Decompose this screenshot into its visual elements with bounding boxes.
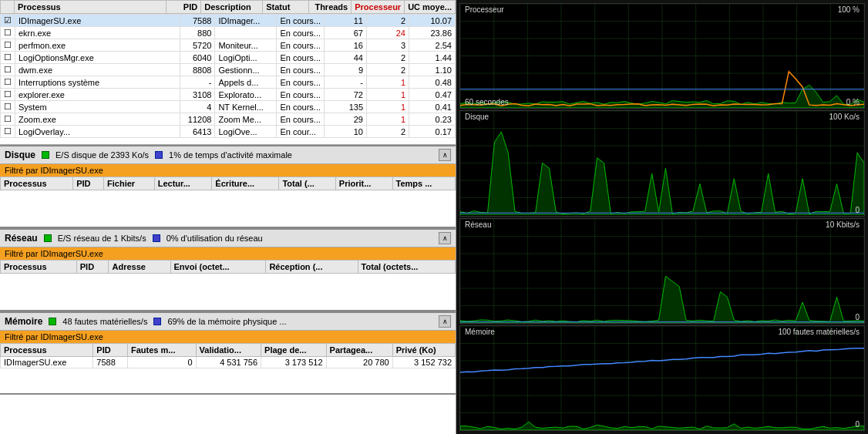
table-row[interactable]: ☐ LogiOptionsMgr.exe 6040 LogiOpti... En… xyxy=(1,52,456,64)
memory-chart-title: Mémoire xyxy=(465,328,495,336)
row-desc: LogiOpti... xyxy=(215,52,277,64)
disk-col-pid[interactable]: PID xyxy=(73,177,104,190)
disk-chart-title: Disque xyxy=(465,113,489,121)
table-row[interactable]: ☐ Zoom.exe 11208 Zoom Me... En cours... … xyxy=(1,113,456,126)
mem-col-plage[interactable]: Plage de... xyxy=(261,344,327,357)
mem-col-shared[interactable]: Partagea... xyxy=(326,344,392,357)
row-threads: 72 xyxy=(325,89,367,101)
mem-col-process[interactable]: Processus xyxy=(1,344,93,357)
col-header-proc[interactable]: Processeur xyxy=(352,1,405,14)
disk-green-dot xyxy=(42,151,49,159)
row-process-name: IDImagerSU.exe xyxy=(15,15,180,27)
memory-collapse-button[interactable]: ∧ xyxy=(439,315,451,328)
table-row[interactable]: ☐ dwm.exe 8808 Gestionn... En cours... 9… xyxy=(1,64,456,76)
disk-col-process[interactable]: Processus xyxy=(1,177,73,190)
row-checkbox[interactable]: ☐ xyxy=(1,126,15,138)
cpu-chart: Processeur 100 % 60 secondes 0 % xyxy=(459,3,865,109)
row-uc: 10.07 xyxy=(409,15,456,27)
disk-filter-bar: Filtré par IDImagerSU.exe xyxy=(0,164,456,177)
col-header-desc[interactable]: Description xyxy=(201,1,263,14)
row-desc: Appels d... xyxy=(215,76,277,89)
memory-scroll[interactable]: Processus PID Fautes m... Validatio... P… xyxy=(0,343,456,393)
row-status: En cours... xyxy=(277,89,325,101)
net-col-address[interactable]: Adresse xyxy=(109,261,170,274)
col-header-process[interactable]: Processus xyxy=(15,1,167,14)
cpu-chart-min: 0 % xyxy=(846,98,860,106)
network-stat1: E/S réseau de 1 Kbits/s xyxy=(58,234,146,243)
table-row[interactable]: ☐ LogiOverlay... 6413 LogiOve... En cour… xyxy=(1,126,456,138)
disk-col-time[interactable]: Temps ... xyxy=(392,177,456,190)
table-row[interactable]: ☐ ekrn.exe 880 En cours... 67 24 23.86 xyxy=(1,27,456,39)
row-checkbox[interactable]: ☐ xyxy=(1,27,15,39)
disk-col-read[interactable]: Lectur... xyxy=(154,177,212,190)
row-status: En cour... xyxy=(277,126,325,138)
disk-stat1: E/S disque de 2393 Ko/s xyxy=(56,150,149,160)
table-row[interactable]: ☑ IDImagerSU.exe 7588 IDImager... En cou… xyxy=(1,15,456,27)
row-proc: 24 xyxy=(367,27,409,39)
col-header-threads[interactable]: Threads xyxy=(309,1,352,14)
row-desc: Zoom Me... xyxy=(215,113,277,126)
row-desc xyxy=(215,27,277,39)
row-uc: 1.10 xyxy=(409,64,456,76)
table-row[interactable]: ☐ System 4 NT Kernel... En cours... 135 … xyxy=(1,101,456,113)
cpu-canvas xyxy=(460,4,864,108)
row-pid: 3108 xyxy=(180,89,215,101)
disk-col-write[interactable]: Écriture... xyxy=(212,177,279,190)
net-col-receive[interactable]: Réception (... xyxy=(266,261,358,274)
disk-section: Disque E/S disque de 2393 Ko/s 1% de tem… xyxy=(0,145,456,228)
row-threads: 44 xyxy=(325,52,367,64)
network-chart-title: Réseau xyxy=(465,220,491,229)
table-row[interactable]: IDImagerSU.exe 7588 0 4 531 756 3 173 51… xyxy=(1,357,456,368)
net-col-pid[interactable]: PID xyxy=(76,261,109,274)
mem-col-faults[interactable]: Fautes m... xyxy=(127,344,196,357)
table-row[interactable]: ☐ perfmon.exe 5720 Moniteur... En cours.… xyxy=(1,39,456,52)
table-row[interactable]: ☐ explorer.exe 3108 Explorato... En cour… xyxy=(1,89,456,101)
row-process-name: Zoom.exe xyxy=(15,113,180,126)
network-collapse-button[interactable]: ∧ xyxy=(439,232,451,244)
row-checkbox[interactable]: ☐ xyxy=(1,101,15,113)
memory-chart-max: 100 fautes matérielles/s xyxy=(778,328,860,336)
cpu-chart-max: 100 % xyxy=(838,5,860,14)
mem-col-validation[interactable]: Validatio... xyxy=(196,344,261,357)
mem-col-private[interactable]: Privé (Ko) xyxy=(392,344,455,357)
disk-title: Disque xyxy=(5,150,35,160)
memory-stat1: 48 fautes matérielles/s xyxy=(62,317,147,326)
memory-chart-min: 0 xyxy=(855,420,860,429)
row-checkbox[interactable]: ☐ xyxy=(1,39,15,52)
row-checkbox[interactable]: ☐ xyxy=(1,89,15,101)
col-header-uc[interactable]: UC moye... xyxy=(405,1,456,14)
disk-scroll[interactable]: Processus PID Fichier Lectur... Écriture… xyxy=(0,177,456,227)
disk-col-priority[interactable]: Priorit... xyxy=(335,177,392,190)
table-row[interactable]: ☐ Interruptions système - Appels d... En… xyxy=(1,76,456,89)
row-checkbox[interactable]: ☐ xyxy=(1,113,15,126)
memory-title: Mémoire xyxy=(5,316,42,327)
row-process-name: System xyxy=(15,101,180,113)
row-threads: 10 xyxy=(325,126,367,138)
col-header-status[interactable]: Statut xyxy=(263,1,309,14)
row-checkbox[interactable]: ☐ xyxy=(1,64,15,76)
col-header-pid[interactable]: PID xyxy=(167,1,201,14)
network-scroll[interactable]: Processus PID Adresse Envoi (octet... Ré… xyxy=(0,260,456,310)
row-threads: 11 xyxy=(325,15,367,27)
mem-col-pid[interactable]: PID xyxy=(93,344,128,357)
row-process-name: explorer.exe xyxy=(15,89,180,101)
net-col-total[interactable]: Total (octets... xyxy=(358,261,455,274)
disk-col-total[interactable]: Total (... xyxy=(279,177,335,190)
network-header: Réseau E/S réseau de 1 Kbits/s 0% d'util… xyxy=(0,228,456,247)
row-checkbox[interactable]: ☐ xyxy=(1,76,15,89)
process-scroll[interactable]: ☑ IDImagerSU.exe 7588 IDImager... En cou… xyxy=(0,14,456,141)
row-uc: 0.47 xyxy=(409,89,456,101)
net-col-send[interactable]: Envoi (octet... xyxy=(170,261,266,274)
disk-col-file[interactable]: Fichier xyxy=(104,177,155,190)
net-col-process[interactable]: Processus xyxy=(1,261,77,274)
row-checkbox[interactable]: ☐ xyxy=(1,52,15,64)
row-proc: 2 xyxy=(367,15,409,27)
row-uc: 23.86 xyxy=(409,27,456,39)
disk-canvas xyxy=(460,111,864,215)
disk-chart-min: 0 xyxy=(855,206,860,214)
row-checkbox[interactable]: ☑ xyxy=(1,15,15,27)
network-section: Réseau E/S réseau de 1 Kbits/s 0% d'util… xyxy=(0,228,456,311)
row-desc: Explorato... xyxy=(215,89,277,101)
col-header-check[interactable] xyxy=(1,1,15,14)
disk-collapse-button[interactable]: ∧ xyxy=(439,149,451,161)
